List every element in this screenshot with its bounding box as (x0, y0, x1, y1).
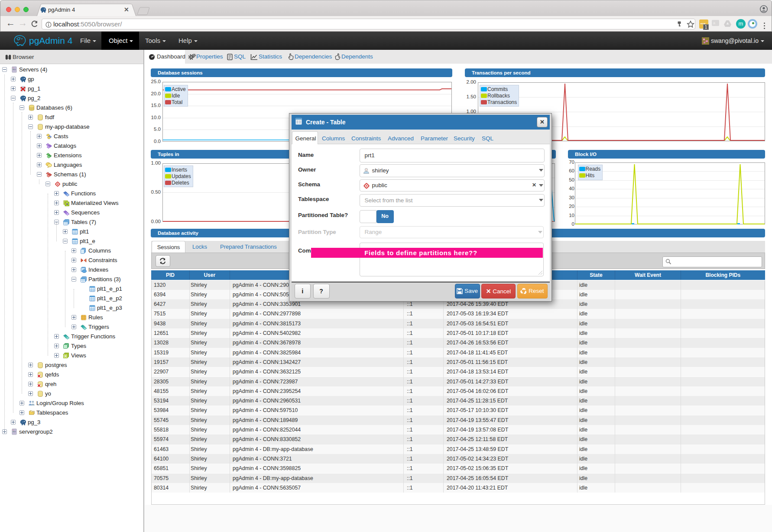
svg-text:M: M (66, 203, 68, 205)
